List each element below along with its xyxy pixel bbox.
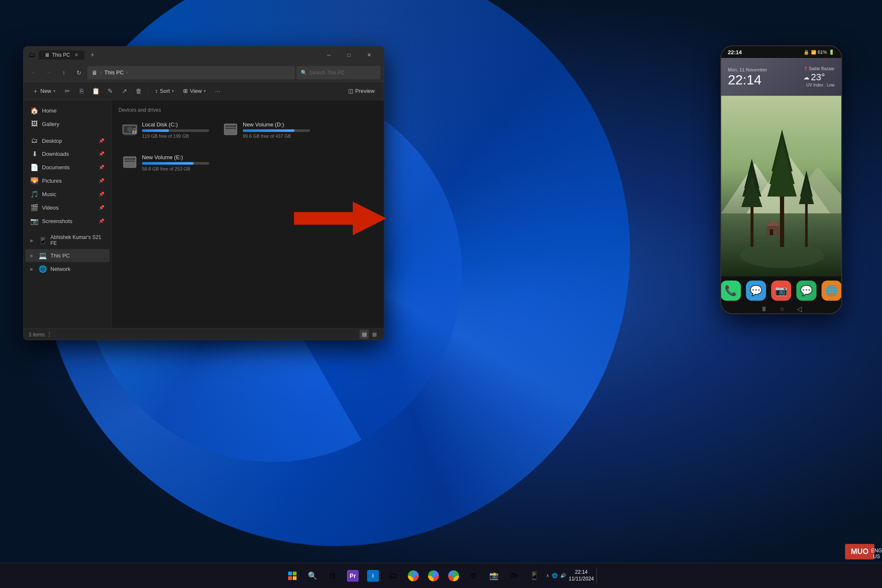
svg-rect-38 bbox=[293, 576, 297, 580]
sidebar-item-music[interactable]: 🎵 Music 📌 bbox=[25, 188, 110, 201]
svg-rect-13 bbox=[124, 161, 135, 162]
paste-button[interactable]: 📋 bbox=[89, 84, 102, 98]
phone-app-whatsapp[interactable]: 💬 bbox=[796, 281, 816, 301]
phone-nav-bar: ⏸ ○ ◁ bbox=[721, 303, 841, 314]
phone-group-icon: 📱 bbox=[39, 236, 47, 244]
phone-app-calls[interactable]: 📞 bbox=[721, 281, 741, 301]
taskbar-search-button[interactable]: 🔍 bbox=[303, 567, 322, 585]
sidebar-item-gallery[interactable]: 🖼 Gallery bbox=[25, 118, 110, 130]
phone-nav-back[interactable]: ◁ bbox=[797, 305, 802, 313]
active-tab[interactable]: 🖥 This PC ✕ bbox=[39, 50, 84, 60]
sidebar-group-thispc[interactable]: ▶ 💻 This PC bbox=[25, 249, 110, 262]
sidebar-item-home[interactable]: 🏠 Home bbox=[25, 104, 110, 117]
tab-close-icon[interactable]: ✕ bbox=[74, 52, 79, 58]
preview-button[interactable]: ◫ Preview bbox=[344, 84, 379, 98]
sidebar-item-documents[interactable]: 📄 Documents 📌 bbox=[25, 161, 110, 174]
sidebar-group-phone[interactable]: ▶ 📱 Abhishek Kumar's S21 FE bbox=[25, 232, 110, 249]
taskbar-green-chrome-button[interactable] bbox=[444, 567, 463, 585]
phone-battery-text: 61% bbox=[818, 50, 827, 55]
downloads-pin-icon: 📌 bbox=[99, 151, 105, 157]
svg-rect-34 bbox=[770, 229, 773, 235]
svg-rect-35 bbox=[288, 572, 292, 575]
more-options-button[interactable]: ··· bbox=[211, 84, 224, 98]
grid-view-button[interactable]: ▦ bbox=[370, 330, 379, 339]
svg-point-3 bbox=[129, 129, 131, 130]
minimize-button[interactable]: ─ bbox=[319, 48, 339, 62]
back-button[interactable]: ← bbox=[27, 66, 40, 79]
taskbar-phone-link-button[interactable]: 📱 bbox=[525, 567, 543, 585]
cut-button[interactable]: ✂ bbox=[60, 84, 74, 98]
phone-app-camera[interactable]: 📷 bbox=[771, 281, 791, 301]
taskbar-chrome2-button[interactable] bbox=[424, 567, 443, 585]
refresh-button[interactable]: ↻ bbox=[72, 66, 86, 79]
taskbar-premiere-button[interactable]: Pr bbox=[344, 567, 362, 585]
refresh-icon: ↻ bbox=[76, 69, 81, 76]
lang-eng: ENG bbox=[871, 548, 882, 554]
drive-d-space: 99.6 GB free of 437 GB bbox=[243, 134, 310, 139]
search-bar[interactable]: 🔍 Search This PC bbox=[297, 66, 381, 79]
sidebar-group-network[interactable]: ▶ 🌐 Network bbox=[25, 262, 110, 276]
sidebar-item-downloads[interactable]: ⬇ Downloads 📌 bbox=[25, 147, 110, 160]
phone-nav-pause[interactable]: ⏸ bbox=[761, 305, 767, 313]
downloads-icon: ⬇ bbox=[30, 150, 39, 158]
maximize-button[interactable]: □ bbox=[339, 48, 359, 62]
copy-button[interactable]: ⎘ bbox=[75, 84, 88, 98]
drive-e-item[interactable]: New Volume (E:) 58.8 GB free of 253 GB bbox=[118, 151, 377, 177]
screenshots-icon: 📷 bbox=[30, 217, 39, 225]
sidebar-desktop-label: Desktop bbox=[42, 138, 95, 144]
taskbar-clock[interactable]: 22:14 11/11/2024 bbox=[569, 569, 594, 582]
tray-chevron[interactable]: ∧ bbox=[546, 573, 549, 578]
phone-app-chrome[interactable]: 🌐 bbox=[822, 281, 842, 301]
view-button[interactable]: ⊞ View ▾ bbox=[179, 84, 210, 98]
sidebar-item-desktop[interactable]: 🗂 Desktop 📌 bbox=[25, 134, 110, 147]
sidebar-item-pictures[interactable]: 🌄 Pictures 📌 bbox=[25, 174, 110, 187]
copy-icon: ⎘ bbox=[80, 87, 84, 94]
show-desktop-button[interactable] bbox=[596, 567, 599, 584]
share-button[interactable]: ↗ bbox=[118, 84, 131, 98]
sidebar-item-videos[interactable]: 🎬 Videos 📌 bbox=[25, 201, 110, 214]
svg-point-10 bbox=[234, 126, 236, 127]
forward-button[interactable]: → bbox=[42, 66, 55, 79]
pictures-pin-icon: 📌 bbox=[99, 178, 105, 184]
taskbar-start-button[interactable] bbox=[283, 567, 302, 585]
up-button[interactable]: ↑ bbox=[57, 66, 71, 79]
new-tab-button[interactable]: + bbox=[88, 50, 97, 60]
rename-button[interactable]: ✎ bbox=[103, 84, 117, 98]
tab-thispc-label: This PC bbox=[52, 52, 70, 58]
screenshots-pin-icon: 📌 bbox=[99, 218, 105, 224]
drive-c-name: Local Disk (C:) bbox=[142, 121, 209, 128]
new-button[interactable]: ＋ New ▾ bbox=[29, 84, 60, 98]
list-view-button[interactable]: ▤ bbox=[360, 330, 369, 339]
sidebar-item-screenshots[interactable]: 📷 Screenshots 📌 bbox=[25, 215, 110, 228]
sort-label: Sort bbox=[160, 88, 170, 94]
taskbar-task-view-button[interactable]: ⊟ bbox=[323, 567, 342, 585]
drive-d-bar-fill bbox=[243, 129, 294, 132]
drive-e-bar-fill bbox=[142, 162, 194, 165]
taskbar-intel-button[interactable]: i bbox=[364, 567, 382, 585]
drive-d-bar-bg bbox=[243, 129, 310, 132]
red-arrow bbox=[294, 202, 386, 237]
drive-d-item[interactable]: New Volume (D:) 99.6 GB free of 437 GB bbox=[219, 118, 313, 144]
sort-button[interactable]: ↕ Sort ▾ bbox=[151, 84, 178, 98]
cloud-icon: ☁ bbox=[803, 74, 809, 81]
documents-icon: 📄 bbox=[30, 163, 39, 171]
taskbar-settings-button[interactable]: ⚙ bbox=[465, 567, 483, 585]
phone-temp-text: 23° bbox=[811, 72, 825, 83]
close-button[interactable]: ✕ bbox=[360, 48, 379, 62]
taskbar-photos-button[interactable]: 📸 bbox=[485, 567, 503, 585]
paste-icon: 📋 bbox=[92, 87, 100, 95]
taskbar-store-button[interactable]: 🛍 bbox=[505, 567, 523, 585]
address-bar[interactable]: 🖥 › This PC › bbox=[87, 66, 295, 79]
gallery-icon: 🖼 bbox=[30, 120, 39, 128]
taskbar-chrome1-button[interactable] bbox=[404, 567, 423, 585]
drive-c-item[interactable]: Local Disk (C:) 119 GB free of 199 GB bbox=[118, 118, 213, 144]
phone-nav-home[interactable]: ○ bbox=[780, 305, 784, 313]
delete-button[interactable]: 🗑 bbox=[132, 84, 145, 98]
share-icon: ↗ bbox=[122, 87, 127, 95]
muo-text: MUO bbox=[851, 547, 869, 556]
phone-app-messages[interactable]: 💬 bbox=[746, 281, 766, 301]
navigation-bar: ← → ↑ ↻ 🖥 › This PC › 🔍 Search This PC bbox=[24, 63, 384, 82]
drive-e-space: 58.8 GB free of 253 GB bbox=[142, 166, 374, 171]
videos-pin-icon: 📌 bbox=[99, 205, 105, 210]
taskbar-file-explorer-button[interactable]: 🗂 bbox=[384, 567, 402, 585]
